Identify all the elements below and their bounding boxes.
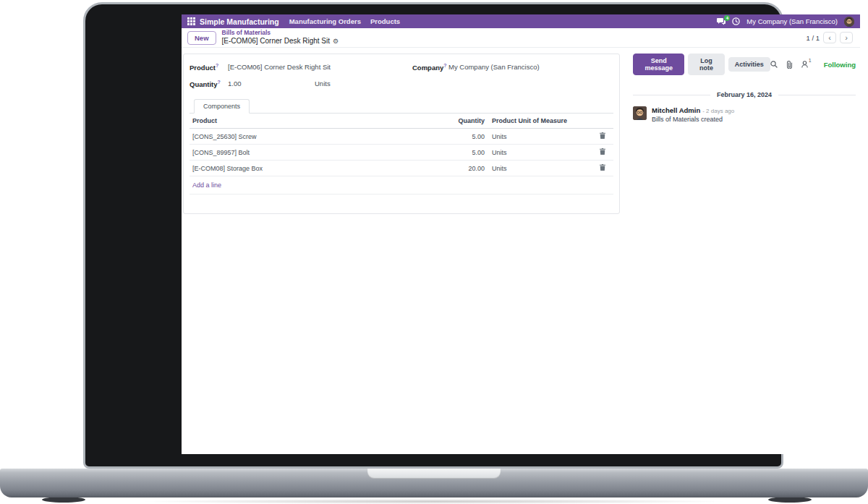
- help-marker: ?: [218, 80, 221, 85]
- table-row[interactable]: [E-COM08] Storage Box 20.00 Units: [190, 161, 613, 176]
- laptop-hinge-notch: [367, 469, 501, 479]
- main-area: Product? [E-COM06] Corner Desk Right Sit…: [182, 48, 860, 454]
- col-header-quantity: Quantity: [444, 114, 486, 128]
- message-timestamp: - 2 days ago: [702, 108, 734, 114]
- breadcrumb: Bills of Materials [E-COM06] Corner Desk…: [222, 30, 339, 45]
- app-window: Simple Manufacturing Manufacturing Order…: [182, 14, 860, 454]
- product-field-value[interactable]: [E-COM06] Corner Desk Right Sit: [228, 63, 412, 71]
- attachments-paperclip-icon[interactable]: [786, 61, 793, 69]
- cell-product[interactable]: [E-COM08] Storage Box: [191, 161, 444, 176]
- quantity-field: 1.00 Units: [228, 80, 412, 87]
- following-toggle[interactable]: Following: [824, 61, 856, 69]
- pager-value: 1 / 1: [807, 34, 820, 42]
- cell-quantity[interactable]: 20.00: [444, 161, 486, 176]
- table-row[interactable]: [CONS_25630] Screw 5.00 Units: [190, 129, 613, 145]
- chatter-actions: Send message Log note Activities: [633, 54, 856, 75]
- laptop-base: [0, 469, 868, 497]
- message-body: Bills of Materials created: [652, 116, 734, 123]
- app-name[interactable]: Simple Manufacturing: [200, 17, 279, 26]
- author-avatar: [633, 106, 647, 120]
- form-column: Product? [E-COM06] Corner Desk Right Sit…: [182, 48, 620, 214]
- user-avatar[interactable]: [844, 17, 854, 27]
- add-a-line-link[interactable]: Add a line: [190, 176, 613, 195]
- chatter-panel: Send message Log note Activities: [620, 48, 860, 123]
- company-switcher[interactable]: My Company (San Francisco): [746, 17, 838, 25]
- quantity-field-label: Quantity?: [190, 80, 228, 88]
- messages-badge: 4: [724, 15, 730, 21]
- delete-row-button[interactable]: [600, 132, 605, 139]
- company-field-value[interactable]: My Company (San Francisco): [448, 63, 613, 71]
- laptop-mockup: Simple Manufacturing Manufacturing Order…: [0, 0, 868, 504]
- search-messages-icon[interactable]: [770, 61, 778, 68]
- delete-row-button[interactable]: [600, 148, 605, 155]
- pager-previous-button[interactable]: ‹: [823, 32, 836, 43]
- activities-clock-icon[interactable]: [732, 17, 740, 25]
- cell-uom[interactable]: Units: [486, 129, 593, 144]
- col-header-uom: Product Unit of Measure: [486, 114, 593, 128]
- sheet-empty-space: [190, 195, 613, 213]
- cell-quantity[interactable]: 5.00: [444, 145, 486, 160]
- followers-count: 1: [809, 58, 812, 65]
- cell-uom[interactable]: Units: [486, 161, 593, 176]
- table-header-row: Product Quantity Product Unit of Measure: [190, 114, 613, 129]
- date-divider-label: February 16, 2024: [717, 91, 772, 98]
- breadcrumb-current: [E-COM06] Corner Desk Right Sit ⚙: [222, 37, 339, 46]
- pager: 1 / 1 ‹ ›: [807, 32, 854, 43]
- notebook-tabs: Components: [190, 98, 613, 114]
- message-author: Mitchell Admin: [652, 106, 700, 114]
- cell-product[interactable]: [CONS_25630] Screw: [191, 129, 444, 144]
- help-marker: ?: [443, 63, 446, 68]
- followers-icon[interactable]: 1: [801, 61, 811, 68]
- product-field-label: Product?: [190, 63, 228, 72]
- messages-icon[interactable]: 4: [717, 18, 726, 25]
- delete-row-button[interactable]: [600, 164, 605, 171]
- cell-uom[interactable]: Units: [486, 145, 593, 160]
- laptop-screen: Simple Manufacturing Manufacturing Order…: [83, 2, 783, 469]
- control-panel: New Bills of Materials [E-COM06] Corner …: [182, 28, 860, 48]
- quantity-uom-value[interactable]: Units: [315, 80, 331, 87]
- components-table: Product Quantity Product Unit of Measure…: [190, 114, 613, 213]
- help-marker: ?: [216, 63, 218, 68]
- table-row[interactable]: [CONS_89957] Bolt 5.00 Units: [190, 145, 613, 161]
- date-divider: February 16, 2024: [633, 91, 856, 98]
- log-note-button[interactable]: Log note: [688, 54, 724, 75]
- menu-manufacturing-orders[interactable]: Manufacturing Orders: [289, 17, 361, 25]
- new-button[interactable]: New: [187, 31, 216, 45]
- laptop-foot: [42, 497, 85, 503]
- pager-next-button[interactable]: ›: [840, 32, 853, 43]
- form-sheet: Product? [E-COM06] Corner Desk Right Sit…: [183, 54, 620, 214]
- breadcrumb-parent-link[interactable]: Bills of Materials: [222, 30, 339, 37]
- apps-grid-icon[interactable]: [187, 17, 195, 25]
- cell-quantity[interactable]: 5.00: [444, 129, 486, 144]
- breadcrumb-current-label: [E-COM06] Corner Desk Right Sit: [222, 37, 331, 46]
- company-field-label: Company?: [412, 63, 448, 72]
- menu-products[interactable]: Products: [370, 17, 400, 25]
- quantity-field-value[interactable]: 1.00: [228, 80, 315, 87]
- chatter-message: Mitchell Admin- 2 days ago Bills of Mate…: [633, 106, 856, 123]
- laptop-foot: [768, 497, 812, 503]
- send-message-button[interactable]: Send message: [633, 54, 684, 75]
- laptop-shadow: [145, 499, 723, 504]
- tab-components[interactable]: Components: [194, 99, 250, 114]
- cell-product[interactable]: [CONS_89957] Bolt: [191, 145, 444, 160]
- top-navbar: Simple Manufacturing Manufacturing Order…: [182, 14, 860, 28]
- message-header: Mitchell Admin- 2 days ago: [652, 106, 734, 115]
- gear-icon[interactable]: ⚙: [333, 38, 339, 45]
- col-header-product: Product: [191, 114, 444, 128]
- activities-button[interactable]: Activities: [728, 57, 770, 72]
- field-grid: Product? [E-COM06] Corner Desk Right Sit…: [190, 63, 613, 88]
